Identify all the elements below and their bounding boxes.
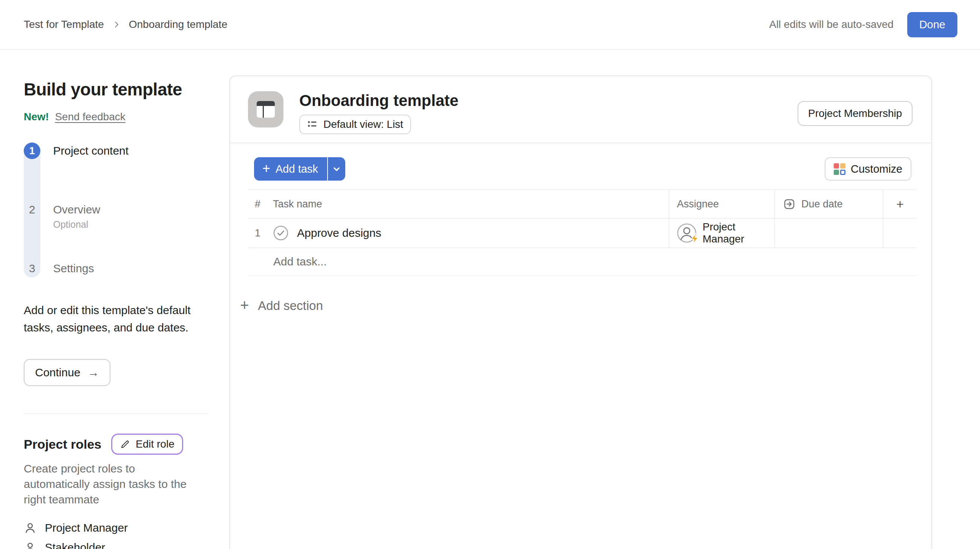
project-membership-button[interactable]: Project Membership [797,101,913,126]
top-bar-right: All edits will be auto-saved Done [769,12,958,37]
role-name: Project Manager [45,522,128,534]
breadcrumb: Test for Template Onboarding template [24,19,227,30]
feedback-row: New! Send feedback [24,111,208,123]
plus-icon: + [262,162,270,175]
step-2-indicator: 2 [24,201,40,218]
step-navigation: 1 Project content 2 Overview Optional 3 … [24,143,208,279]
step-overview[interactable]: 2 Overview Optional [24,201,100,230]
role-name: Stakeholder [45,541,105,549]
step-2-label[interactable]: Overview [53,201,100,218]
lightning-badge-icon [690,233,700,244]
list-toolbar: + Add task Customize [230,143,931,181]
add-column-button[interactable]: + [883,190,917,218]
due-date-cell[interactable] [774,219,883,247]
main-area: Onboarding template Default view: List P… [208,50,980,549]
breadcrumb-current[interactable]: Onboarding template [129,19,228,30]
person-icon [24,541,37,549]
top-bar: Test for Template Onboarding template Al… [0,0,980,50]
continue-button[interactable]: Continue → [24,359,110,386]
done-button[interactable]: Done [907,12,958,37]
role-item-project-manager[interactable]: Project Manager [24,522,208,534]
step-settings[interactable]: 3 Settings [24,260,94,277]
add-task-label: Add task [275,163,318,175]
edit-role-label: Edit role [136,438,175,450]
project-roles-section: Project roles Edit role Create project r… [24,434,208,549]
list-view-icon [307,119,318,130]
content: Build your template New! Send feedback 1… [0,50,980,549]
project-template-icon [248,91,283,127]
customize-grid-icon [834,163,845,175]
role-item-stakeholder[interactable]: Stakeholder [24,541,208,549]
default-view-label: Default view: List [323,118,403,130]
task-table: # Task name Assignee Due date + [248,189,917,276]
plus-icon: + [240,298,249,313]
column-due-label: Due date [801,198,843,210]
task-row[interactable]: 1 Approve designs Project Manager [248,219,917,248]
column-assignee-label: Assignee [677,198,719,210]
continue-label: Continue [35,366,80,379]
project-header: Onboarding template Default view: List P… [230,76,931,143]
step-1-indicator: 1 [24,143,40,159]
step-2-sublabel: Optional [53,219,100,230]
edit-role-button[interactable]: Edit role [111,434,183,455]
add-section-button[interactable]: + Add section [240,299,323,313]
assignee-cell[interactable]: Project Manager [669,219,774,247]
column-due-date[interactable]: Due date [774,190,883,218]
role-list: Project Manager Stakeholder [24,522,208,549]
arrow-right-icon: → [88,366,99,379]
step-3-label[interactable]: Settings [53,260,94,277]
column-assignee[interactable]: Assignee [669,190,774,218]
step-1-label[interactable]: Project content [53,143,129,159]
page-title: Build your template [24,79,208,100]
add-section-label: Add section [258,299,323,313]
template-builder-sidebar: Build your template New! Send feedback 1… [24,50,208,549]
send-feedback-link[interactable]: Send feedback [55,111,126,123]
project-title[interactable]: Onboarding template [299,91,458,110]
plus-icon: + [896,197,904,212]
chevron-right-icon [111,20,121,29]
column-task-name[interactable]: Task name [273,198,322,210]
task-complete-check-icon[interactable] [273,225,289,241]
new-badge: New! [24,111,49,123]
step-project-content[interactable]: 1 Project content [24,143,129,159]
default-view-chip[interactable]: Default view: List [299,115,411,134]
sidebar-divider [24,413,208,414]
assignee-avatar [677,223,697,243]
step-3-indicator: 3 [24,260,40,277]
add-task-split-button: + Add task [254,157,345,181]
step-description: Add or edit this template's default task… [24,302,193,336]
add-task-dropdown-button[interactable] [327,157,345,181]
customize-label: Customize [851,163,902,175]
add-task-inline-row[interactable]: Add task... [248,248,917,276]
project-roles-description: Create project roles to automatically as… [24,461,197,507]
pencil-icon [120,439,130,449]
row-extra-cell [883,219,917,247]
chevron-down-icon [331,163,342,175]
add-task-button[interactable]: + Add task [254,157,327,181]
column-number: # [255,198,273,210]
due-date-icon [783,197,796,211]
assignee-name: Project Manager [703,221,774,245]
person-icon [24,522,37,534]
task-name[interactable]: Approve designs [297,227,381,239]
customize-button[interactable]: Customize [825,157,912,181]
table-header-row: # Task name Assignee Due date + [248,189,917,219]
autosave-note: All edits will be auto-saved [769,19,894,30]
project-preview-card: Onboarding template Default view: List P… [229,75,932,549]
project-roles-title: Project roles [24,437,102,452]
task-row-number: 1 [255,228,273,239]
breadcrumb-project[interactable]: Test for Template [24,19,104,30]
